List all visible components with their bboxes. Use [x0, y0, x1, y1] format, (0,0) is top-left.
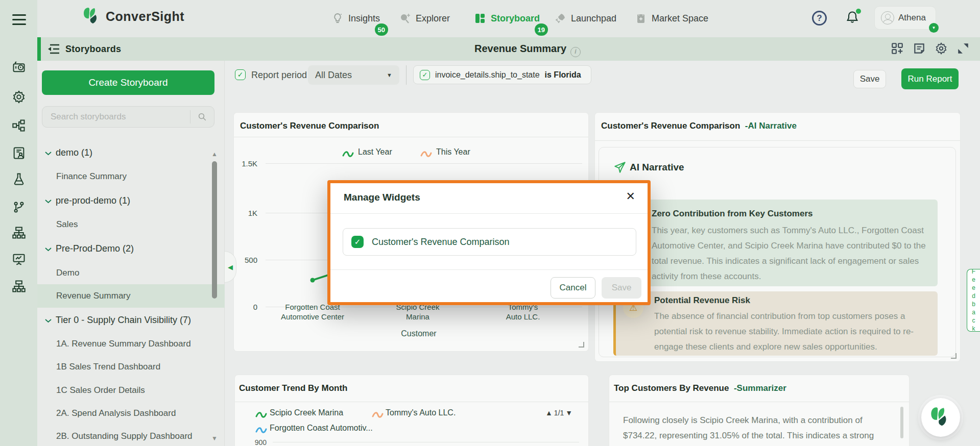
user-name: Athena [898, 13, 926, 23]
tree-group-pre-prod-demo[interactable]: pre-prod-demo (1) [37, 189, 225, 212]
divider [235, 402, 588, 402]
divider [595, 140, 960, 141]
flask-icon[interactable] [12, 172, 26, 186]
presentation-chart-icon[interactable] [12, 252, 26, 266]
legend-forgotten-coast[interactable]: Forgotten Coast Automotiv... [270, 424, 373, 433]
tree-item-revenue-summary[interactable]: Revenue Summary [37, 284, 225, 308]
chevron-down-icon: ▼ [929, 23, 939, 33]
notification-dot [856, 9, 861, 14]
scroll-down-icon[interactable]: ▼ [211, 435, 218, 442]
widget-title: Top Customers By Revenue -Summarizer [614, 383, 786, 393]
tree-item-1c-sales-order[interactable]: 1C Sales Order Details [37, 379, 225, 402]
report-person-icon[interactable] [12, 146, 26, 160]
tree-item-demo[interactable]: Demo [37, 261, 225, 285]
workflow-nodes-icon[interactable] [12, 118, 26, 133]
collapse-panel-icon[interactable] [47, 43, 60, 55]
nav-label: Insights [348, 13, 380, 24]
nav-item-launchpad[interactable]: Launchpad [554, 9, 616, 28]
nav-item-market-space[interactable]: Market Space [635, 9, 708, 28]
help-icon[interactable]: ? [812, 11, 827, 26]
add-widget-icon[interactable] [891, 42, 904, 55]
chevron-down-icon[interactable] [45, 243, 52, 254]
nav-item-explorer[interactable]: Explorer [399, 9, 450, 28]
notifications-bell-icon[interactable] [845, 10, 861, 26]
x-axis-label: Customer [368, 329, 470, 338]
nav-label: Storyboard [491, 13, 540, 24]
storyboard-badge: 19 [535, 23, 548, 36]
tree-group-demo[interactable]: demo (1) [37, 141, 225, 164]
chevron-down-icon[interactable] [45, 147, 52, 158]
settings-icon[interactable] [935, 42, 948, 55]
storyboard-search [42, 106, 214, 128]
chat-assistant-button[interactable] [921, 398, 960, 437]
filter-chip-checkbox[interactable]: ✓ [420, 70, 430, 80]
git-branch-icon[interactable] [12, 200, 26, 214]
search-icon[interactable] [190, 112, 214, 121]
insight-body: This year, key customers such as Tommy's… [652, 223, 934, 284]
save-button[interactable]: Save [853, 70, 886, 88]
close-icon[interactable]: ✕ [626, 190, 635, 203]
legend-tommys[interactable]: Tommy's Auto LLC. [386, 408, 456, 417]
insights-box-icon[interactable] [12, 60, 26, 74]
scroll-up-icon[interactable]: ▲ [211, 151, 218, 158]
report-period-checkbox[interactable]: ✓ [235, 69, 246, 80]
modal-save-button[interactable]: Save [602, 277, 641, 299]
run-report-button[interactable]: Run Report [901, 68, 959, 89]
report-period-label: Report period [251, 70, 307, 81]
tree-item-1a-revenue-summary[interactable]: 1A. Revenue Summary Dashboard [37, 332, 225, 356]
checkbox-checked-icon[interactable]: ✓ [351, 236, 364, 248]
create-storyboard-button[interactable]: Create Storyboard [42, 70, 214, 95]
divider [330, 213, 648, 214]
ai-narrative-heading: AI Narrative [630, 162, 684, 173]
tree-item-finance-summary[interactable]: Finance Summary [37, 165, 225, 188]
tree-item-1b-sales-trend[interactable]: 1B Sales Trend Dashboard [37, 355, 225, 379]
tree-item-sales[interactable]: Sales [37, 213, 225, 236]
sitemap-icon[interactable] [12, 226, 26, 240]
tree-item-2b-outstanding-supply[interactable]: 2B. Outstanding Supply Dashboard [37, 425, 225, 446]
chevron-down-icon[interactable] [45, 315, 52, 326]
storyboards-sidebar: Create Storyboard demo (1) Finance Summa… [37, 61, 225, 446]
nav-item-storyboard[interactable]: Storyboard 19 [474, 9, 540, 28]
filter-chip-ship-to-state[interactable]: ✓ invoice_details.ship_to_state is Flori… [413, 65, 591, 84]
app-root: ConverSight Insights 50 Explorer Storybo… [0, 0, 980, 446]
resize-handle[interactable] [951, 353, 957, 359]
info-icon[interactable]: i [570, 47, 581, 57]
rocket-icon [554, 12, 566, 24]
legend-scipio[interactable]: Scipio Creek Marina [270, 408, 343, 417]
page-up-icon[interactable]: ▲ [545, 409, 553, 417]
tree-item-2a-spend-analysis[interactable]: 2A. Spend Analysis Dashboard [37, 402, 225, 425]
settings-gear-icon[interactable] [12, 90, 26, 104]
gridline [273, 442, 579, 442]
resize-handle[interactable] [579, 342, 584, 348]
cancel-button[interactable]: Cancel [551, 277, 595, 299]
hamburger-menu-icon[interactable] [12, 14, 26, 26]
ai-narrative-panel: AI Narrative Zero Contribution from Key … [599, 147, 956, 357]
chevron-down-icon[interactable] [45, 195, 52, 206]
avatar [881, 11, 894, 24]
filter-divider [406, 65, 407, 85]
send-icon [613, 161, 627, 174]
widget-scrollbar[interactable] [900, 407, 903, 438]
expand-icon[interactable] [957, 42, 970, 55]
page-down-icon[interactable]: ▼ [565, 409, 572, 417]
filter-chip-value: is Florida [545, 70, 581, 80]
divider [330, 269, 648, 270]
storefront-icon [635, 12, 647, 24]
nav-item-insights[interactable]: Insights 50 [331, 9, 380, 28]
feedback-tab[interactable]: Feedback [967, 269, 980, 332]
report-period-select[interactable]: All Dates ▼ [308, 65, 399, 85]
tree-group-pre-prod-demo-2[interactable]: Pre-Prod-Demo (2) [37, 237, 225, 260]
search-sparkle-icon [399, 12, 411, 24]
org-chart-icon[interactable] [12, 279, 26, 293]
sidebar-scrollbar[interactable] [212, 161, 217, 299]
widget-summarizer: Top Customers By Revenue -Summarizer Fol… [609, 375, 909, 446]
widget-checkbox-row[interactable]: ✓ Customer's Revenue Comparison [343, 228, 636, 256]
insights-badge: 50 [375, 23, 388, 36]
tree-group-tier-0[interactable]: Tier 0 - Supply Chain Visibility (7) [37, 308, 225, 332]
user-menu[interactable]: Athena ▼ [874, 6, 936, 30]
series-squiggle-icon [255, 411, 267, 419]
search-input[interactable] [42, 112, 190, 122]
notes-icon[interactable] [913, 42, 926, 55]
storyboard-grid-icon [474, 12, 486, 24]
conversight-logo-icon [930, 407, 951, 428]
